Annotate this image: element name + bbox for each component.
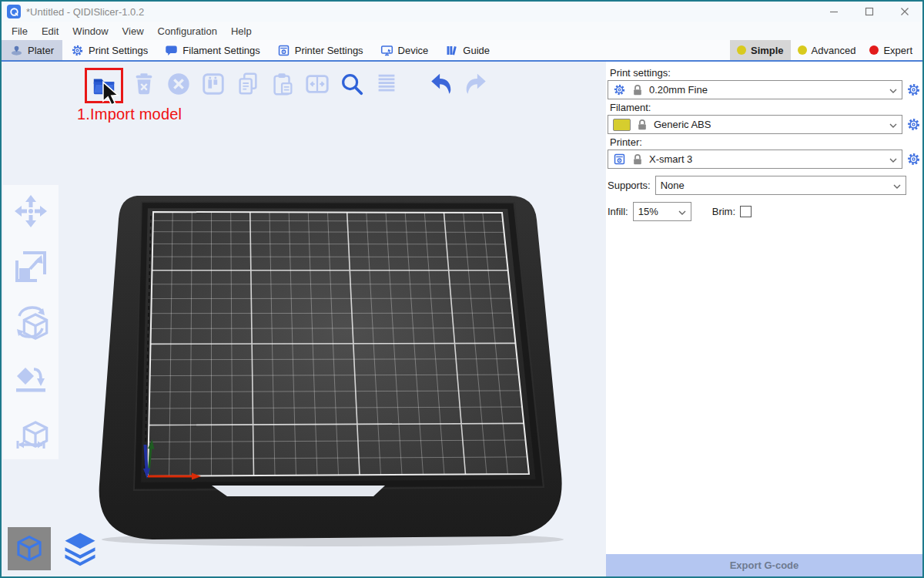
search-button[interactable] <box>336 68 367 100</box>
infill-label: Infill: <box>608 206 628 217</box>
delete-all-button[interactable] <box>163 68 194 100</box>
menu-configuration[interactable]: Configuration <box>151 22 224 40</box>
mode-expert[interactable]: Expert <box>862 40 919 60</box>
undo-button[interactable] <box>426 68 457 100</box>
3d-view-button[interactable] <box>8 527 51 570</box>
filament-preset-combo[interactable]: Generic ABS <box>608 115 902 134</box>
filament-icon <box>165 44 178 57</box>
edit-printer-settings-button[interactable] <box>906 152 921 166</box>
print-settings-label: Print settings: <box>610 67 921 79</box>
menu-view[interactable]: View <box>116 22 151 40</box>
brim-checkbox[interactable] <box>740 206 752 217</box>
undo-icon <box>428 71 454 97</box>
tab-plater[interactable]: Plater <box>2 40 62 60</box>
expert-dot-icon <box>869 45 879 55</box>
move-button[interactable] <box>12 193 49 230</box>
printer-preset-value: X-smart 3 <box>649 153 692 165</box>
tab-label: Printer Settings <box>295 45 363 56</box>
scale-button[interactable] <box>12 248 49 285</box>
mode-simple[interactable]: Simple <box>730 40 791 60</box>
menu-edit[interactable]: Edit <box>35 22 65 40</box>
printer-preset-combo[interactable]: X-smart 3 <box>608 150 902 169</box>
lock-icon <box>632 84 643 96</box>
edit-print-settings-button[interactable] <box>906 82 921 97</box>
arrange-button[interactable] <box>198 68 229 100</box>
supports-combo[interactable]: None <box>655 176 906 195</box>
minimize-button[interactable] <box>816 2 852 22</box>
maximize-button[interactable] <box>852 2 887 22</box>
view-toolbar <box>8 527 102 570</box>
search-icon <box>339 71 365 97</box>
split-objects-icon <box>304 71 330 97</box>
printer-icon <box>613 153 626 166</box>
gear-icon <box>613 83 626 96</box>
delete-button[interactable] <box>129 68 159 100</box>
move-icon <box>12 193 49 230</box>
rotate-button[interactable] <box>12 304 49 341</box>
print-preset-combo[interactable]: 0.20mm Fine <box>608 80 902 99</box>
infill-combo[interactable]: 15% <box>633 202 691 221</box>
tab-printer-settings[interactable]: Printer Settings <box>269 40 372 60</box>
object-manipulation-toolbar <box>3 185 59 459</box>
mode-label: Advanced <box>812 45 856 56</box>
filament-color-swatch <box>613 119 631 131</box>
tab-device[interactable]: Device <box>372 40 437 60</box>
split-objects-button[interactable] <box>302 68 333 100</box>
place-on-face-icon <box>12 359 49 396</box>
printer-label: Printer: <box>610 136 921 148</box>
edit-filament-settings-button[interactable] <box>906 117 921 132</box>
lock-icon <box>632 153 643 166</box>
supports-label: Supports: <box>608 180 651 191</box>
tab-guide[interactable]: Guide <box>437 40 498 60</box>
variable-layer-height-button[interactable] <box>371 68 402 100</box>
chevron-down-icon <box>678 206 686 217</box>
chevron-down-icon <box>889 84 897 96</box>
guide-icon <box>445 44 458 57</box>
menu-window[interactable]: Window <box>65 22 115 40</box>
paste-icon <box>270 71 296 97</box>
paste-button[interactable] <box>267 68 298 100</box>
preview-layers-button[interactable] <box>59 527 102 570</box>
3d-viewport[interactable]: 1.Import model <box>2 62 606 576</box>
3d-view-cube-icon <box>12 531 47 566</box>
arrange-icon <box>200 71 226 97</box>
chevron-down-icon <box>889 119 897 130</box>
printer-icon <box>277 44 290 57</box>
import-model-button[interactable] <box>85 68 123 103</box>
mode-advanced[interactable]: Advanced <box>791 40 863 60</box>
window-title: *Untitled - QIDISlicer-1.0.2 <box>26 6 144 18</box>
titlebar: *Untitled - QIDISlicer-1.0.2 <box>2 2 922 22</box>
delete-all-icon <box>166 71 192 97</box>
tab-label: Guide <box>463 45 490 56</box>
menubar: File Edit Window View Configuration Help <box>2 22 922 40</box>
app-logo-icon <box>7 5 21 18</box>
simple-dot-icon <box>737 45 746 55</box>
device-icon <box>380 44 393 57</box>
place-on-face-button[interactable] <box>12 359 49 396</box>
copy-button[interactable] <box>233 68 263 100</box>
import-annotation: 1.Import model <box>77 106 182 123</box>
mode-selector: Simple Advanced Expert <box>730 40 919 60</box>
tab-label: Plater <box>28 45 54 56</box>
layer-height-icon <box>373 71 400 97</box>
close-button[interactable] <box>887 2 922 22</box>
tab-label: Print Settings <box>89 45 148 56</box>
scale-icon <box>12 248 49 285</box>
mode-label: Simple <box>751 45 784 56</box>
menu-file[interactable]: File <box>5 22 35 40</box>
chevron-down-icon <box>893 180 901 191</box>
menu-help[interactable]: Help <box>224 22 259 40</box>
tabbar: Plater Print Settings Filament Settings … <box>2 40 922 62</box>
plater-icon <box>10 44 23 57</box>
brim-label: Brim: <box>712 206 735 217</box>
redo-button[interactable] <box>460 68 491 100</box>
tab-print-settings[interactable]: Print Settings <box>62 40 156 60</box>
mouse-cursor-icon <box>98 81 124 107</box>
export-gcode-button[interactable]: Export G-code <box>606 554 922 576</box>
delete-icon <box>131 71 157 97</box>
tab-filament-settings[interactable]: Filament Settings <box>156 40 268 60</box>
tab-label: Device <box>398 45 429 56</box>
measure-button[interactable] <box>12 415 49 452</box>
lock-icon <box>637 119 648 131</box>
gear-icon <box>71 44 84 57</box>
